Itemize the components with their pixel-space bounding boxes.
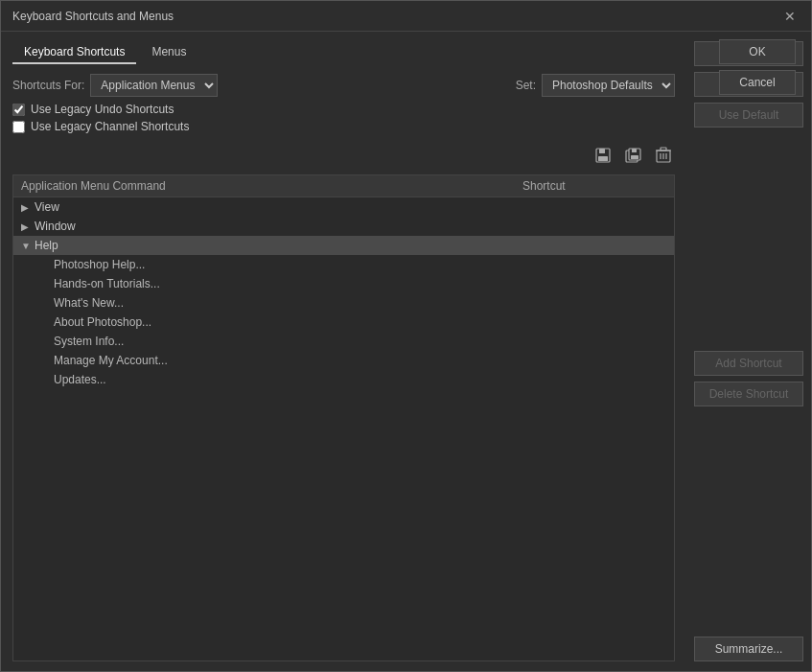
legacy-channel-label[interactable]: Use Legacy Channel Shortcuts xyxy=(31,120,189,133)
legacy-undo-row: Use Legacy Undo Shortcuts xyxy=(12,103,675,116)
tree-item-about-photoshop[interactable]: About Photoshop... xyxy=(13,313,674,332)
dialog-title: Keyboard Shortcuts and Menus xyxy=(12,10,174,23)
tree-item-updates-label: Updates... xyxy=(54,373,106,386)
tree-container[interactable]: ▶ View ▶ Window ▼ Help Photoshop Help... xyxy=(12,197,675,661)
add-shortcut-button[interactable]: Add Shortcut xyxy=(694,351,803,376)
tree-item-hands-on-tutorials[interactable]: Hands-on Tutorials... xyxy=(13,274,674,293)
tab-bar: Keyboard Shortcuts Menus xyxy=(12,41,675,64)
tree-item-window-label: Window xyxy=(35,220,76,233)
ok-button[interactable]: OK xyxy=(719,39,796,64)
svg-rect-5 xyxy=(632,149,637,152)
tree-item-whats-new-label: What's New... xyxy=(54,296,124,310)
chevron-view-icon: ▶ xyxy=(21,202,35,213)
tree-item-window[interactable]: ▶ Window xyxy=(13,217,674,236)
toolbar-icons-row xyxy=(12,143,675,171)
chevron-help-icon: ▼ xyxy=(21,241,35,251)
cancel-button[interactable]: Cancel xyxy=(719,70,796,95)
save-icon-button[interactable] xyxy=(591,143,615,171)
column-header-command: Application Menu Command xyxy=(21,179,522,193)
title-bar: Keyboard Shortcuts and Menus ✕ xyxy=(1,1,811,32)
legacy-undo-checkbox[interactable] xyxy=(12,104,25,116)
tree-item-view-label: View xyxy=(35,200,59,214)
summarize-button[interactable]: Summarize... xyxy=(694,637,803,661)
shortcuts-for-group: Shortcuts For: Application Menus Panel M… xyxy=(12,74,218,97)
right-panel: Accept Undo Use Default Add Shortcut Del… xyxy=(686,32,811,671)
delete-icon-button[interactable] xyxy=(652,143,675,171)
tree-item-system-info[interactable]: System Info... xyxy=(13,332,674,351)
tree-item-manage-account[interactable]: Manage My Account... xyxy=(13,351,674,370)
tree-item-whats-new[interactable]: What's New... xyxy=(13,293,674,313)
tree-item-help-label: Help xyxy=(35,239,58,252)
table-header: Application Menu Command Shortcut xyxy=(12,174,675,197)
column-header-shortcut: Shortcut xyxy=(522,179,666,193)
chevron-window-icon: ▶ xyxy=(21,221,35,232)
delete-shortcut-button[interactable]: Delete Shortcut xyxy=(694,382,803,406)
set-group: Set: Photoshop Defaults Custom xyxy=(516,74,675,97)
use-default-button[interactable]: Use Default xyxy=(694,103,803,127)
tree-item-system-info-label: System Info... xyxy=(54,335,124,348)
svg-rect-1 xyxy=(599,149,605,153)
tree-item-view[interactable]: ▶ View xyxy=(13,197,674,217)
legacy-undo-label[interactable]: Use Legacy Undo Shortcuts xyxy=(31,103,174,116)
set-label: Set: xyxy=(516,79,536,92)
svg-rect-2 xyxy=(598,156,608,161)
set-select[interactable]: Photoshop Defaults Custom xyxy=(542,74,675,97)
ok-cancel-group: OK Cancel xyxy=(719,39,796,95)
tree-item-manage-account-label: Manage My Account... xyxy=(54,354,168,367)
legacy-channel-checkbox[interactable] xyxy=(12,121,25,133)
svg-rect-6 xyxy=(631,155,638,159)
dialog-body: Keyboard Shortcuts Menus Shortcuts For: … xyxy=(1,32,811,671)
tree-item-help[interactable]: ▼ Help xyxy=(13,236,674,255)
checkboxes-group: Use Legacy Undo Shortcuts Use Legacy Cha… xyxy=(12,103,675,137)
tree-item-about-photoshop-label: About Photoshop... xyxy=(54,315,151,329)
tree-item-photoshop-help-label: Photoshop Help... xyxy=(54,258,145,271)
save-copy-icon-button[interactable] xyxy=(621,143,646,171)
shortcuts-for-label: Shortcuts For: xyxy=(12,79,84,92)
tree-item-updates[interactable]: Updates... xyxy=(13,370,674,389)
tab-keyboard-shortcuts[interactable]: Keyboard Shortcuts xyxy=(12,41,136,64)
tab-menus[interactable]: Menus xyxy=(140,41,197,64)
shortcuts-for-select[interactable]: Application Menus Panel Menus Tools xyxy=(90,74,218,97)
close-button[interactable]: ✕ xyxy=(780,8,800,25)
main-area: Keyboard Shortcuts Menus Shortcuts For: … xyxy=(1,32,686,671)
svg-rect-9 xyxy=(661,148,666,151)
tree-item-hands-on-tutorials-label: Hands-on Tutorials... xyxy=(54,277,160,290)
legacy-channel-row: Use Legacy Channel Shortcuts xyxy=(12,120,675,133)
shortcuts-for-row: Shortcuts For: Application Menus Panel M… xyxy=(12,74,675,97)
keyboard-shortcuts-dialog: Keyboard Shortcuts and Menus ✕ OK Cancel… xyxy=(0,0,812,672)
tree-item-photoshop-help[interactable]: Photoshop Help... xyxy=(13,255,674,274)
